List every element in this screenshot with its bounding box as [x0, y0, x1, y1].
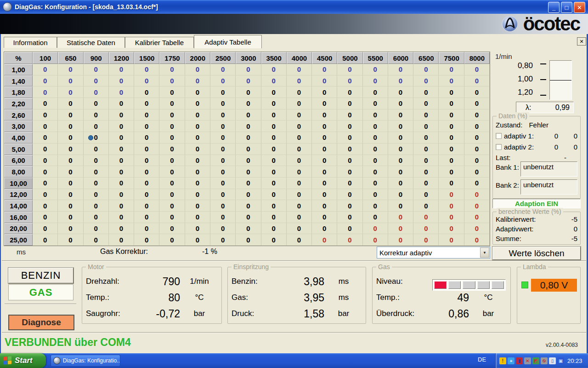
table-cell[interactable]: 0 [337, 166, 362, 178]
table-cell[interactable]: 0 [439, 121, 464, 132]
table-cell[interactable]: 0 [84, 178, 109, 189]
table-cell[interactable]: 0 [185, 75, 210, 87]
table-cell[interactable]: 0 [33, 234, 58, 246]
table-cell[interactable]: 0 [58, 155, 83, 167]
table-cell[interactable]: 0 [58, 166, 83, 178]
table-cell[interactable]: 0 [413, 64, 439, 75]
table-cell[interactable]: 0 [312, 166, 337, 178]
table-cell[interactable]: 0 [439, 155, 464, 167]
table-cell[interactable]: 0 [84, 86, 109, 98]
table-cell[interactable]: 0 [464, 212, 490, 223]
table-cell[interactable]: 0 [261, 200, 287, 212]
table-cell[interactable]: 0 [185, 166, 210, 178]
table-cell[interactable]: 0 [236, 86, 261, 98]
table-cell[interactable]: 0 [287, 75, 312, 87]
table-cell[interactable]: 0 [363, 98, 388, 109]
table-cell[interactable]: 0 [287, 200, 312, 212]
table-cell[interactable]: 0 [363, 144, 388, 155]
table-cell[interactable]: 0 [312, 223, 337, 235]
table-cell[interactable]: 0 [464, 178, 490, 189]
table-cell[interactable]: 0 [363, 86, 388, 98]
table-cell[interactable]: 0 [58, 98, 83, 109]
table-cell[interactable]: 0 [439, 132, 464, 144]
table-cell[interactable]: 0 [159, 189, 185, 201]
table-cell[interactable]: 0 [439, 223, 464, 235]
table-cell[interactable]: 0 [363, 64, 388, 75]
table-cell[interactable]: 0 [109, 155, 134, 167]
table-cell[interactable]: 0 [312, 155, 337, 167]
table-cell[interactable]: 0 [261, 178, 287, 189]
table-cell[interactable]: 0 [464, 98, 490, 109]
table-cell[interactable]: 0 [413, 98, 439, 109]
table-cell[interactable]: 0 [84, 212, 109, 223]
device-disabled-icon[interactable]: ⦸ [541, 357, 548, 364]
table-cell[interactable]: 0 [185, 178, 210, 189]
table-cell[interactable]: 0 [363, 132, 388, 144]
table-cell[interactable]: 0 [109, 75, 134, 87]
diagnose-button[interactable]: Diagnose [8, 315, 74, 330]
table-cell[interactable]: 0 [287, 109, 312, 121]
table-cell[interactable]: 0 [185, 86, 210, 98]
table-cell[interactable]: 0 [337, 75, 362, 87]
language-indicator[interactable]: DE [478, 356, 486, 363]
table-cell[interactable]: 0 [58, 75, 83, 87]
table-cell[interactable]: 0 [388, 132, 413, 144]
table-cell[interactable]: 0 [312, 212, 337, 223]
table-cell[interactable]: 0 [236, 178, 261, 189]
table-cell[interactable]: 0 [287, 132, 312, 144]
table-cell[interactable]: 0 [464, 86, 490, 98]
table-cell[interactable]: 0 [109, 109, 134, 121]
table-cell[interactable]: 0 [413, 178, 439, 189]
table-cell[interactable]: 0 [388, 212, 413, 223]
table-cell[interactable]: 0 [439, 166, 464, 178]
table-cell[interactable]: 0 [84, 234, 109, 246]
table-cell[interactable]: 0 [109, 189, 134, 201]
table-cell[interactable]: 0 [84, 109, 109, 121]
table-cell[interactable]: 0 [261, 64, 287, 75]
table-cell[interactable]: 0 [159, 178, 185, 189]
table-cell[interactable]: 0 [261, 223, 287, 235]
table-cell[interactable]: 0 [337, 223, 362, 235]
taskbar-item-diaggas[interactable]: DiagGas: Konfiguratio... [51, 355, 120, 367]
table-cell[interactable]: 0 [134, 144, 159, 155]
table-cell[interactable]: 0 [413, 86, 439, 98]
table-cell[interactable]: 0 [58, 223, 83, 235]
table-cell[interactable]: 0 [109, 223, 134, 235]
table-cell[interactable]: 0 [312, 121, 337, 132]
table-cell[interactable]: 0 [58, 121, 83, 132]
table-cell[interactable]: 0 [312, 178, 337, 189]
table-cell[interactable]: 0 [312, 234, 337, 246]
table-cell[interactable]: 0 [236, 109, 261, 121]
table-cell[interactable]: 0 [210, 121, 236, 132]
table-cell[interactable]: 0 [185, 223, 210, 235]
table-cell[interactable]: 0 [210, 109, 236, 121]
table-cell[interactable]: 0 [134, 132, 159, 144]
taskbar-clock[interactable]: 20:23 [567, 357, 582, 364]
table-cell[interactable]: 0 [159, 155, 185, 167]
table-cell[interactable]: 0 [287, 212, 312, 223]
table-cell[interactable]: 0 [185, 98, 210, 109]
table-cell[interactable]: 0 [134, 75, 159, 87]
table-cell[interactable]: 0 [33, 121, 58, 132]
table-cell[interactable]: 0 [413, 121, 439, 132]
table-cell[interactable]: 0 [413, 155, 439, 167]
table-cell[interactable]: 0 [287, 155, 312, 167]
table-cell[interactable]: 0 [464, 121, 490, 132]
table-cell[interactable]: 0 [312, 98, 337, 109]
table-cell[interactable]: 0 [413, 200, 439, 212]
table-cell[interactable]: 0 [388, 166, 413, 178]
table-cell[interactable]: 0 [159, 132, 185, 144]
table-cell[interactable]: 0 [439, 178, 464, 189]
table-cell[interactable]: 0 [33, 178, 58, 189]
table-cell[interactable]: 0 [388, 223, 413, 235]
table-cell[interactable]: 0 [363, 75, 388, 87]
table-cell[interactable]: 0 [439, 109, 464, 121]
table-cell[interactable]: 0 [33, 200, 58, 212]
table-cell[interactable]: 0 [210, 144, 236, 155]
table-cell[interactable]: 0 [464, 200, 490, 212]
table-cell[interactable]: 0 [33, 223, 58, 235]
table-cell[interactable]: 0 [134, 212, 159, 223]
table-cell[interactable]: 0 [210, 98, 236, 109]
tab-information[interactable]: Information [4, 37, 57, 48]
table-cell[interactable]: 0 [363, 223, 388, 235]
